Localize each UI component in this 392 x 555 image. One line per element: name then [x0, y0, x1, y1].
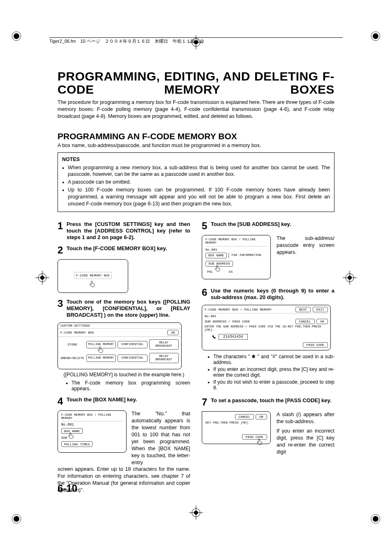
next-button: NEXT	[295, 307, 311, 312]
svg-point-7	[373, 516, 378, 522]
hand-pointer-icon	[68, 432, 75, 439]
step-6-bullet: If you do not wish to enter a passcode, …	[208, 379, 334, 391]
screen-step2: F-CODE MEMORY BOX	[58, 259, 128, 293]
hand-pointer-icon	[97, 346, 105, 353]
screen-step6: F-CODE MEMORY BOX / POLLING MEMORY NEXT …	[202, 305, 331, 350]
page-title: PROGRAMMING, EDITING, AND DELETING F-COD…	[58, 70, 334, 96]
step-6-bullet: If you enter an incorrect digit, press t…	[208, 366, 334, 378]
screen-step7: CANCEL OK KEY PAD,THEN PRESS [OK]. PASS …	[202, 411, 271, 444]
polling-memory-tile: POLLING MEMORY	[86, 355, 116, 362]
step-5-para: The sub-address/ passcode entry screen a…	[277, 235, 334, 256]
screen-step3: CUSTOM SETTINGS F-CODE MEMORY BOX OK STO…	[58, 322, 182, 369]
step-7-para2: If you enter an incorrect digit, press t…	[277, 428, 334, 456]
step-number: 1	[58, 221, 67, 241]
notes-item: Up to 100 F-code memory boxes can be pro…	[62, 187, 330, 207]
instruction-partial: KEY PAD,THEN PRESS [OK].	[205, 421, 267, 424]
step-number: 4	[58, 396, 67, 406]
step-6-bullets: The characters " ✱ " and "#" cannot be u…	[202, 354, 334, 391]
notes-item: A passcode can be omitted.	[62, 179, 330, 186]
step-number: 7	[202, 397, 211, 407]
svg-point-1	[14, 33, 19, 39]
box-number: No.001	[205, 246, 267, 251]
section-title: PROGRAMMING AN F-CODE MEMORY BOX	[58, 131, 334, 141]
step-6-bullet: The characters " ✱ " and "#" cannot be u…	[208, 354, 334, 365]
phone-icon	[212, 335, 216, 339]
exit-button: EXIT	[313, 307, 328, 312]
store-label: STORE	[60, 343, 85, 346]
box-number: No.001	[205, 313, 328, 318]
page-number: 6-10	[58, 483, 77, 494]
step-number: 2	[58, 245, 67, 255]
hand-pointer-icon	[214, 265, 222, 272]
instruction-message: ENTER THE SUB ADDRESS / PASS CODE VIA TH…	[205, 325, 328, 332]
step-number: 3	[58, 299, 67, 319]
notes-box: NOTES When programming a new memory box,…	[58, 152, 334, 212]
entered-value: 214341434	[219, 334, 248, 340]
fax-info-button: FAX INFORMATION	[228, 253, 263, 258]
fcode-memory-box-key: F-CODE MEMORY BOX	[74, 272, 112, 279]
registration-mark-icon	[189, 506, 203, 520]
svg-point-5	[14, 516, 19, 522]
screen-step4: F-CODE MEMORY BOX / POLLING MEMORY No.00…	[58, 410, 127, 453]
custom-settings-label: CUSTOM SETTINGS	[58, 323, 181, 329]
notes-item: When programming a new memory box, a sub…	[62, 164, 330, 178]
hand-pointer-icon	[89, 281, 97, 287]
amend-delete-label: AMEND/DELETE	[60, 356, 85, 360]
step-4-para-start: The "No." that automatically appears is …	[131, 410, 190, 466]
ok-button: OK	[167, 330, 179, 335]
sub-passcode-label: SUB ADDRESS / PASS CODE	[205, 320, 250, 323]
cancel-button: CANCEL	[295, 319, 315, 324]
step-3-bullet: The F-code memory box programming screen…	[66, 380, 190, 391]
step-7-para1: A slash (/) appears after the sub-addres…	[277, 411, 334, 425]
registration-mark-icon	[343, 271, 357, 285]
passcode-button: PASS CODE	[303, 342, 328, 348]
box-number: No.001	[61, 421, 123, 427]
step-7-text: To set a passcode, touch the [PASS CODE]…	[211, 397, 331, 407]
crop-mark-icon	[12, 514, 21, 524]
screen-step5: F-CODE MEMORY BOX / POLLING MEMORY No.00…	[202, 235, 271, 279]
screen-path: F-CODE MEMORY BOX / POLLING MEMORY	[61, 413, 123, 420]
step-number: 5	[202, 221, 211, 231]
relay-broadcast-tile: RELAY BROADCAST	[149, 339, 179, 350]
box-name-button: BOX NAME	[205, 253, 227, 258]
step-6-text: Use the numeric keys (0 through 9) to en…	[211, 288, 334, 301]
relay-broadcast-tile: RELAY BROADCAST	[149, 353, 179, 363]
section-subtitle: A box name, sub-address/passcode, and fu…	[58, 143, 334, 148]
page-header-meta: Tiger2_06.fm 10 ページ ２００４年９月１６日 木曜日 午前１１時…	[49, 37, 343, 44]
crop-mark-icon	[371, 514, 380, 524]
step-number: 6	[202, 288, 211, 301]
confidential-tile: CONFIDENTIAL	[118, 341, 147, 348]
step-3-note: ([POLLING MEMORY] is touched in the exam…	[58, 372, 190, 378]
intro-paragraph: The procedure for programming a memory b…	[58, 99, 334, 120]
screen-path: F-CODE MEMORY BOX / POLLING MEMORY	[205, 238, 267, 244]
step-4-text: Touch the [BOX NAME] key.	[67, 396, 137, 406]
step-3-text: Touch one of the memory box keys ([POLLI…	[67, 299, 190, 319]
polling-memory-tile: POLLING MEMORY	[86, 341, 116, 348]
polling-times-button: POLLING TIMES	[61, 441, 92, 447]
crop-mark-icon	[371, 31, 380, 41]
step-2-text: Touch the [F-CODE MEMORY BOX] key.	[67, 245, 167, 255]
screen-title: F-CODE MEMORY BOX	[60, 331, 94, 334]
hand-pointer-icon	[256, 438, 264, 445]
notes-heading: NOTES	[62, 156, 330, 163]
step-5-text: Touch the [SUB ADDRESS] key.	[211, 221, 291, 231]
crop-mark-icon	[12, 31, 21, 41]
confidential-tile: CONFIDENTIAL	[118, 355, 147, 362]
ok-button: OK	[316, 319, 328, 324]
screen-path: F-CODE MEMORY BOX / POLLING MEMORY	[205, 308, 272, 311]
step-1-text: Press the [CUSTOM SETTINGS] key and then…	[67, 221, 190, 241]
cancel-button: CANCEL	[235, 414, 254, 419]
ok-button: OK	[256, 414, 267, 419]
registration-mark-icon	[35, 271, 49, 285]
svg-point-3	[373, 33, 378, 39]
step-4-para-cont: screen appears. Enter up to 18 character…	[58, 466, 190, 494]
